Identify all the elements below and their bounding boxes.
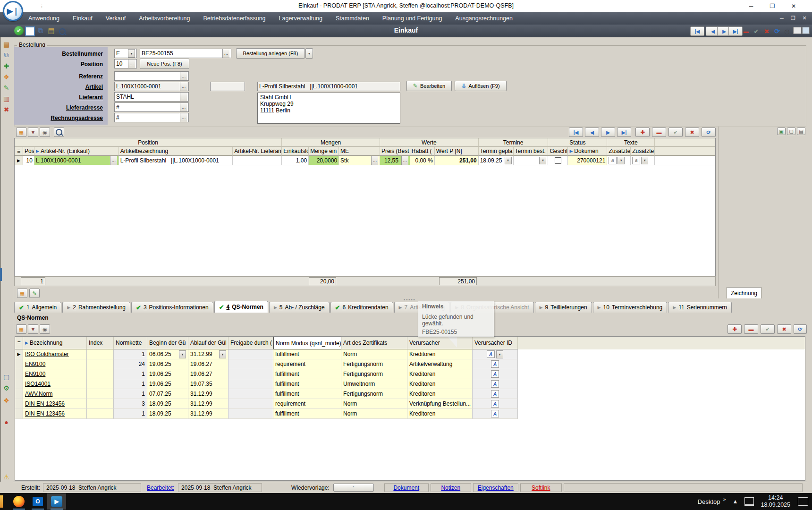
tab-qs-normen[interactable]: ✔4QS-Normen (214, 301, 268, 313)
edit-small-icon[interactable]: ✎ (29, 289, 40, 298)
cell-einkaufsl[interactable]: 1,00 (282, 156, 309, 165)
ellipsis-icon[interactable]: … (180, 103, 187, 111)
col-rabatt[interactable]: Rabatt ( (410, 147, 435, 156)
cell-beginn[interactable]: 19.06.25 (147, 379, 188, 389)
text-edit-icon[interactable]: a (609, 157, 617, 164)
col-freigabe[interactable]: Freigabe durch ( (228, 337, 273, 349)
col-bezeichnung[interactable]: ▶Bezeichnung (23, 337, 87, 349)
aufloesen-button[interactable]: ⇊ Auflösen (F9) (455, 81, 507, 91)
col-artikel-nr[interactable]: ▶Artikel-Nr. (Einkauf) (34, 147, 119, 156)
chevron-down-icon[interactable]: ▾ (496, 350, 503, 358)
ellipsis-icon[interactable]: … (180, 72, 187, 80)
cell-index[interactable] (87, 349, 114, 359)
ellipsis-icon[interactable]: … (180, 93, 187, 101)
cell-norm-modus[interactable]: fulfillment (273, 369, 341, 379)
cell-freigabe[interactable] (228, 409, 273, 419)
col-dokument[interactable]: ▶Dokumen (568, 147, 607, 156)
cell-beginn[interactable]: 06.06.25▾ (147, 349, 188, 359)
grid-nav-prev-button[interactable]: ◀ (585, 128, 599, 137)
notizen-link-segment[interactable]: Notizen (431, 483, 471, 492)
cell-verursacher[interactable]: Kreditoren (407, 389, 473, 399)
refresh-icon[interactable]: ⟳ (772, 26, 782, 36)
cell-verursacher-id[interactable]: A (473, 369, 518, 379)
cell-normkette[interactable]: 1 (114, 369, 147, 379)
copy-record-icon[interactable]: ⧉ (36, 26, 45, 35)
tray-expand-icon[interactable]: ▲ (733, 498, 738, 505)
network-icon[interactable] (744, 497, 754, 506)
record-stop-icon[interactable]: ● (2, 417, 11, 426)
cell-normkette[interactable]: 1 (114, 379, 147, 389)
cell-artikelbezeichnung[interactable]: L-Profil Silberstahl ||L.100X1000-0001 (119, 156, 233, 165)
grid-nav-next-button[interactable]: ▶ (601, 128, 615, 137)
rechnungsadresse-input[interactable]: # … (114, 113, 189, 122)
print-icon[interactable]: ▤ (797, 128, 805, 135)
col-wert[interactable]: Wert P [N] (435, 147, 479, 156)
ellipsis-icon[interactable]: … (180, 113, 187, 122)
menu-stammdaten[interactable]: Stammdaten (336, 15, 369, 22)
rechnungsadresse-label[interactable]: Rechnungsadresse (14, 115, 103, 121)
col-verursacher-id[interactable]: Verursacher ID (473, 337, 518, 349)
qs-remove-button[interactable]: ▬ (744, 324, 758, 334)
clipboard-icon[interactable]: ▤ (47, 26, 56, 35)
lieferant-label[interactable]: Lieferant (14, 94, 103, 101)
lieferadresse-input[interactable]: # … (114, 102, 189, 112)
notification-center-icon[interactable] (798, 497, 808, 506)
col-termin-geplant[interactable]: Termin gepla (479, 147, 514, 156)
row-add-button[interactable]: ✚ (635, 128, 650, 137)
search-icon[interactable] (54, 128, 64, 137)
cell-verursacher[interactable]: Verknüpfung Bestellun... (407, 399, 473, 409)
grid-small-icon[interactable]: ▦ (17, 289, 27, 298)
apply-icon[interactable]: ✔ (752, 26, 761, 36)
cropped-app-icon[interactable] (0, 495, 3, 508)
nav-last-button[interactable]: ▶| (728, 26, 743, 36)
cell-verursacher-id[interactable]: A▾ (473, 349, 518, 359)
cell-verursacher[interactable]: Artikelverwaltung (407, 359, 473, 369)
tab-terminverschiebung[interactable]: ▶10Terminverschiebung (593, 302, 668, 313)
cell-norm-modus[interactable]: fulfillment (273, 379, 341, 389)
cell-bezeichnung[interactable]: ISO14001 (23, 379, 87, 389)
table-row[interactable]: DIN EN 123456 3 18.09.25 31.12.99 requir… (15, 399, 805, 409)
visibility-icon[interactable]: ◉ (40, 324, 50, 334)
wiedervorlage-button[interactable]: ″ (333, 484, 374, 492)
edit-note-icon[interactable]: ✎ (2, 83, 11, 92)
taskbar-firefox-icon[interactable] (9, 493, 28, 510)
cell-index[interactable] (87, 379, 114, 389)
text-icon[interactable]: A (491, 380, 499, 388)
tools-icon[interactable]: ⚙ (2, 383, 11, 392)
tab-allgemein[interactable]: ✔1Allgemein (14, 302, 61, 313)
tab-rahmenbestellung[interactable]: ▶2Rahmenbestellung (62, 302, 130, 313)
chevron-down-icon[interactable]: ▾ (539, 157, 546, 164)
filter-icon[interactable]: ▼ (28, 324, 38, 334)
menu-planung-und-fertigung[interactable]: Planung und Fertigung (382, 15, 442, 22)
cell-zertifikat[interactable]: Norm (341, 349, 407, 359)
qs-apply-button[interactable]: ✔ (761, 324, 775, 334)
copy-window-icon[interactable]: ⧉ (2, 51, 11, 60)
table-row[interactable]: ISO14001 1 19.06.25 19.07.35 fulfillment… (15, 379, 805, 389)
cell-zertifikat[interactable]: Fertigungsnorm (341, 389, 407, 399)
taskbar-clock[interactable]: 14:24 18.09.2025 (761, 494, 790, 509)
cell-menge[interactable]: 20,0000 (309, 156, 339, 165)
col-zusatztext-2[interactable]: Zusatzte (631, 147, 655, 156)
tab-zeichnung[interactable]: Zeichnung (727, 287, 761, 298)
cell-index[interactable] (87, 389, 114, 399)
cell-freigabe[interactable] (228, 389, 273, 399)
visibility-icon[interactable]: ◉ (40, 128, 50, 137)
mdi-minimize-button[interactable]: ─ (777, 14, 787, 22)
ellipsis-icon[interactable]: … (371, 156, 378, 165)
cell-beginn[interactable]: 18.09.25 (147, 399, 188, 409)
cell-geschlossen[interactable] (548, 156, 568, 165)
tab-seriennummern[interactable]: ▶11Seriennummern (668, 302, 732, 313)
grid-nav-last-button[interactable]: ▶| (617, 128, 631, 137)
cancel-x-icon[interactable]: ✖ (2, 105, 11, 114)
add-record-icon[interactable]: ✚ (2, 61, 11, 70)
tab-teillieferungen[interactable]: ▶9Teillieferungen (535, 302, 592, 313)
cell-verursacher[interactable]: Kreditoren (407, 379, 473, 389)
col-einkaufsl[interactable]: Einkaufslo (282, 147, 309, 156)
cell-wert[interactable]: 251,00 (435, 156, 479, 165)
minimize-button[interactable]: ─ (744, 1, 759, 11)
menu-ausgangsrechnungen[interactable]: Ausgangsrechnungen (455, 15, 513, 22)
chevron-down-icon[interactable]: ▾ (128, 49, 135, 58)
chevron-down-icon[interactable]: ▾ (219, 350, 226, 358)
cell-index[interactable] (87, 369, 114, 379)
mdi-restore-button[interactable]: ❐ (788, 14, 798, 22)
